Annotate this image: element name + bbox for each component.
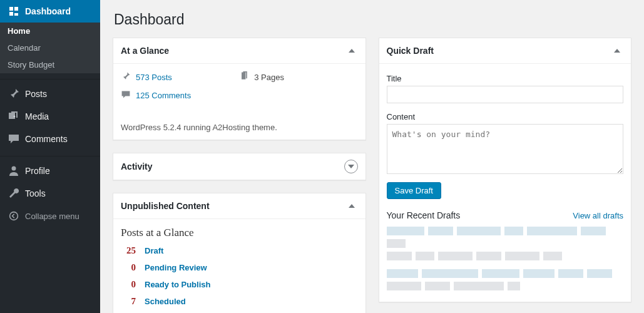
pages-icon (239, 71, 249, 83)
status-scheduled[interactable]: Scheduled (145, 297, 186, 306)
unpublished-title: Unpublished Content (121, 201, 210, 211)
glance-pages: 3 Pages (239, 71, 357, 90)
menu-label: Dashboard (25, 6, 71, 16)
activity-title: Activity (121, 162, 153, 172)
menu-posts[interactable]: Posts (0, 83, 100, 105)
menu-label: Posts (25, 89, 47, 99)
user-icon (8, 165, 20, 177)
status-row: 0 Ready to Publish (121, 279, 358, 290)
collapse-label: Collapse menu (25, 212, 79, 221)
menu-comments[interactable]: Comments (0, 128, 100, 150)
quick-draft-box: Quick Draft Title Content Save Draft You… (379, 38, 632, 302)
menu-label: Media (25, 111, 49, 121)
glance-footer: WordPress 5.2.4 running A2Hosting theme. (113, 115, 365, 140)
status-draft[interactable]: Draft (145, 246, 163, 255)
save-draft-button[interactable]: Save Draft (387, 182, 441, 199)
status-row: 0 Pending Review (121, 262, 358, 273)
status-count: 7 (121, 296, 136, 307)
comment-icon (8, 133, 20, 145)
media-icon (8, 110, 20, 123)
unpublished-box: Unpublished Content Posts at a Glance 25… (113, 193, 366, 313)
toggle-quick-draft[interactable] (611, 44, 623, 57)
status-count: 0 (121, 262, 136, 273)
at-a-glance-box: At a Glance 573 Posts 3 Pages (113, 38, 366, 140)
wrench-icon (8, 187, 20, 200)
toggle-at-a-glance[interactable] (345, 44, 358, 57)
svg-point-0 (14, 116, 16, 118)
status-count: 0 (121, 279, 136, 290)
recent-drafts-title: Your Recent Drafts (387, 210, 461, 220)
toggle-activity[interactable] (344, 160, 358, 173)
toggle-unpublished[interactable] (345, 200, 358, 212)
pin-icon (8, 88, 20, 100)
comment-icon (121, 90, 131, 101)
status-pending[interactable]: Pending Review (145, 263, 207, 272)
activity-box: Activity (113, 153, 366, 180)
svg-point-2 (10, 212, 18, 220)
draft-title-label: Title (387, 74, 624, 83)
posts-glance-title: Posts at a Glance (121, 227, 358, 239)
menu-label: Tools (25, 188, 46, 198)
submenu-story-budget[interactable]: Story Budget (0, 56, 100, 73)
menu-profile[interactable]: Profile (0, 160, 100, 182)
svg-point-1 (12, 167, 16, 171)
menu-separator (0, 153, 100, 156)
posts-link[interactable]: 573 Posts (136, 73, 172, 82)
collapse-menu[interactable]: Collapse menu (0, 205, 100, 227)
menu-separator (0, 76, 100, 80)
view-all-drafts-link[interactable]: View all drafts (573, 211, 623, 220)
menu-tools[interactable]: Tools (0, 182, 100, 205)
admin-sidebar: Dashboard Home Calendar Story Budget Pos… (0, 0, 100, 313)
collapse-icon (8, 210, 20, 222)
menu-media[interactable]: Media (0, 105, 100, 128)
status-ready[interactable]: Ready to Publish (145, 280, 210, 289)
pages-text: 3 Pages (254, 73, 284, 82)
glance-comments: 125 Comments (121, 90, 239, 108)
status-count: 25 (121, 245, 136, 256)
submenu-calendar[interactable]: Calendar (0, 39, 100, 56)
at-a-glance-title: At a Glance (121, 46, 169, 56)
page-title: Dashboard (114, 11, 631, 28)
draft-content-textarea[interactable] (387, 124, 624, 174)
status-row: 25 Draft (121, 245, 358, 256)
recent-drafts-placeholder (387, 227, 624, 290)
status-row: 7 Scheduled (121, 296, 358, 307)
dashboard-icon (8, 5, 20, 18)
menu-dashboard[interactable]: Dashboard (0, 0, 100, 23)
comments-link[interactable]: 125 Comments (136, 91, 191, 100)
pin-icon (121, 71, 131, 83)
content-area: Dashboard At a Glance 573 Posts (100, 0, 644, 313)
submenu-home[interactable]: Home (0, 23, 100, 39)
draft-title-input[interactable] (387, 86, 624, 103)
quick-draft-title: Quick Draft (387, 46, 434, 56)
draft-content-label: Content (387, 112, 624, 121)
menu-label: Profile (25, 166, 50, 176)
glance-posts: 573 Posts (121, 71, 239, 90)
menu-label: Comments (25, 134, 68, 144)
